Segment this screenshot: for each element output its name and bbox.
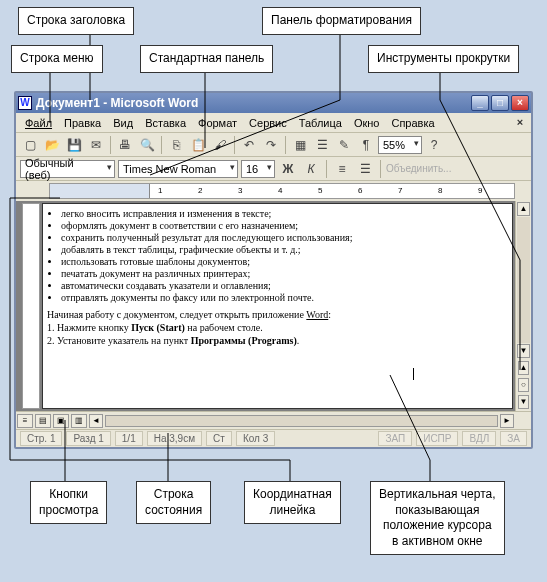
doc-close-button[interactable]: × <box>513 116 527 130</box>
align-left-icon[interactable]: ≡ <box>332 159 352 179</box>
status-ext: ВДЛ <box>462 431 496 446</box>
callout-coord-ruler: Координатная линейка <box>244 481 341 524</box>
menu-tools[interactable]: Сервис <box>244 115 292 131</box>
paste-icon[interactable]: 📋 <box>188 135 208 155</box>
menu-table[interactable]: Таблица <box>294 115 347 131</box>
save-icon[interactable]: 💾 <box>64 135 84 155</box>
scroll-up-icon[interactable]: ▲ <box>517 202 530 216</box>
bold-button[interactable]: Ж <box>278 159 298 179</box>
status-trk: ИСПР <box>416 431 458 446</box>
undo-icon[interactable]: ↶ <box>239 135 259 155</box>
word-window: W Документ1 - Microsoft Word _ □ × Файл … <box>14 91 533 449</box>
new-doc-icon[interactable]: ▢ <box>20 135 40 155</box>
browse-object-icon[interactable]: ○ <box>518 378 529 392</box>
vertical-scrollbar[interactable]: ▲ ▼ ▲ ○ ▼ <box>515 201 531 411</box>
maximize-button[interactable]: □ <box>491 95 509 111</box>
callout-view-buttons: Кнопки просмотра <box>30 481 107 524</box>
redo-icon[interactable]: ↷ <box>261 135 281 155</box>
size-select[interactable]: 16 <box>241 160 275 178</box>
callout-status-row: Строка состояния <box>136 481 211 524</box>
open-icon[interactable]: 📂 <box>42 135 62 155</box>
word-app-icon: W <box>18 96 32 110</box>
menu-insert[interactable]: Вставка <box>140 115 191 131</box>
scroll-left-icon[interactable]: ◄ <box>89 414 103 428</box>
list-item: отправлять документы по факсу или по эле… <box>61 292 504 303</box>
format-painter-icon[interactable]: 🖌 <box>210 135 230 155</box>
title-text: Документ1 - Microsoft Word <box>36 96 198 110</box>
para-step2: 2. Установите указатель на пункт Програм… <box>47 335 504 346</box>
menu-format[interactable]: Формат <box>193 115 242 131</box>
copy-icon[interactable]: ⎘ <box>166 135 186 155</box>
list-item: использовать готовые шаблоны документов; <box>61 256 504 267</box>
close-button[interactable]: × <box>511 95 529 111</box>
italic-button[interactable]: К <box>301 159 321 179</box>
zoom-select[interactable]: 55% <box>378 136 422 154</box>
prev-page-icon[interactable]: ▲ <box>518 361 529 375</box>
list-item: добавлять в текст таблицы, графические о… <box>61 244 504 255</box>
horizontal-scroll-row: ≡ ▤ ▣ ▥ ◄ ► <box>16 411 531 429</box>
title-bar[interactable]: W Документ1 - Microsoft Word _ □ × <box>16 93 531 113</box>
callout-format-panel: Панель форматирования <box>262 7 421 35</box>
list-item: печатать документ на различных принтерах… <box>61 268 504 279</box>
menu-help[interactable]: Справка <box>386 115 439 131</box>
bullets-icon[interactable]: ☰ <box>355 159 375 179</box>
callout-cursor-line: Вертикальная черта, показывающая положен… <box>370 481 505 555</box>
columns-icon[interactable]: ☰ <box>312 135 332 155</box>
preview-icon[interactable]: 🔍 <box>137 135 157 155</box>
scroll-down-icon[interactable]: ▼ <box>517 344 530 358</box>
callout-menu-row: Строка меню <box>11 45 103 73</box>
scroll-right-icon[interactable]: ► <box>500 414 514 428</box>
formatting-toolbar: Обычный (веб) Times New Roman 16 Ж К ≡ ☰… <box>16 157 531 181</box>
para-step1: 1. Нажмите кнопку Пуск (Start) на рабоче… <box>47 322 504 333</box>
menu-file[interactable]: Файл <box>20 115 57 131</box>
font-value: Times New Roman <box>123 163 216 175</box>
mail-icon[interactable]: ✉ <box>86 135 106 155</box>
style-select[interactable]: Обычный (веб) <box>20 160 115 178</box>
menu-view[interactable]: Вид <box>108 115 138 131</box>
style-value: Обычный (веб) <box>25 157 100 181</box>
minimize-button[interactable]: _ <box>471 95 489 111</box>
insert-table-icon[interactable]: ▦ <box>290 135 310 155</box>
font-select[interactable]: Times New Roman <box>118 160 238 178</box>
ruler-row: 1 2 3 4 5 6 7 8 9 <box>16 181 531 201</box>
separator <box>380 160 381 178</box>
next-page-icon[interactable]: ▼ <box>518 395 529 409</box>
status-at: На 3,9см <box>147 431 202 446</box>
status-bar: Стр. 1 Разд 1 1/1 На 3,9см Ст Кол 3 ЗАП … <box>16 429 531 447</box>
menu-window[interactable]: Окно <box>349 115 385 131</box>
status-ln: Ст <box>206 431 232 446</box>
view-outline-button[interactable]: ▥ <box>71 414 87 428</box>
callout-title-row: Строка заголовка <box>18 7 134 35</box>
para-intro: Начиная работу с документом, следует отк… <box>47 309 504 320</box>
status-ovr: ЗА <box>500 431 527 446</box>
separator <box>161 136 162 154</box>
separator <box>110 136 111 154</box>
list-item: оформлять документ в соответствии с его … <box>61 220 504 231</box>
list-item: сохранить полученный результат для после… <box>61 232 504 243</box>
scroll-track[interactable] <box>517 217 530 343</box>
text-cursor <box>413 368 414 380</box>
callout-standard-panel: Стандартная панель <box>140 45 273 73</box>
zoom-value: 55% <box>383 139 405 151</box>
vertical-ruler[interactable] <box>22 203 40 409</box>
document-page[interactable]: легко вносить исправления и изменения в … <box>42 203 513 409</box>
view-print-button[interactable]: ▣ <box>53 414 69 428</box>
status-section: Разд 1 <box>66 431 110 446</box>
print-icon[interactable]: 🖶 <box>115 135 135 155</box>
bullet-list: легко вносить исправления и изменения в … <box>61 208 504 303</box>
list-item: автоматически создавать указатели и огла… <box>61 280 504 291</box>
view-normal-button[interactable]: ≡ <box>17 414 33 428</box>
horizontal-ruler[interactable]: 1 2 3 4 5 6 7 8 9 <box>49 183 515 199</box>
menu-bar: Файл Правка Вид Вставка Формат Сервис Та… <box>16 113 531 133</box>
help-icon[interactable]: ? <box>424 135 444 155</box>
size-value: 16 <box>246 163 258 175</box>
list-item: легко вносить исправления и изменения в … <box>61 208 504 219</box>
status-page: Стр. 1 <box>20 431 62 446</box>
map-icon[interactable]: ¶ <box>356 135 376 155</box>
menu-edit[interactable]: Правка <box>59 115 106 131</box>
view-web-button[interactable]: ▤ <box>35 414 51 428</box>
hscroll-track[interactable] <box>105 415 498 427</box>
callout-scroll-tools: Инструменты прокрутки <box>368 45 519 73</box>
drawing-icon[interactable]: ✎ <box>334 135 354 155</box>
status-col: Кол 3 <box>236 431 275 446</box>
